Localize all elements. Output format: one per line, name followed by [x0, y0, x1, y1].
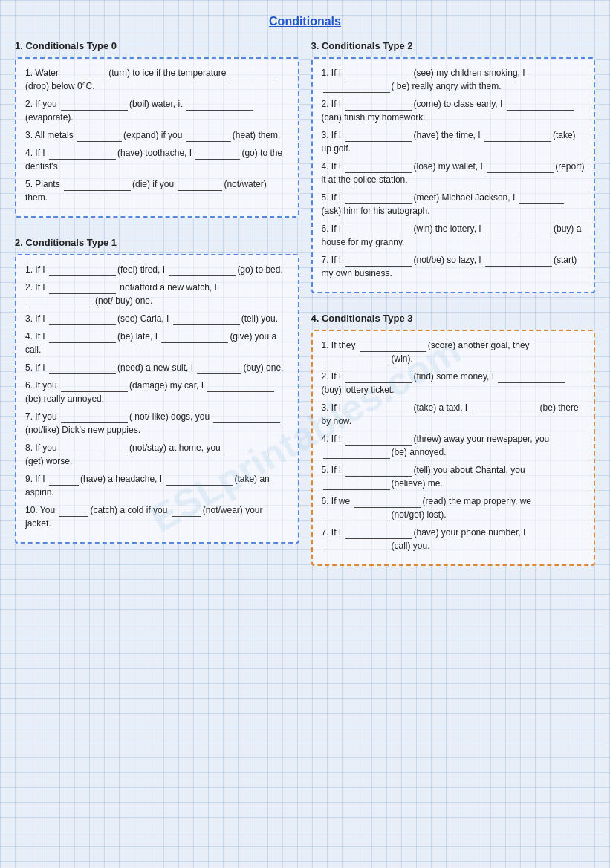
list-item: 6. If you (damage) my car, I (be) really…: [25, 379, 289, 405]
list-item: 5. If I (meet) Michael Jackson, I (ask) …: [322, 191, 585, 218]
list-item: 5. If I (need) a new suit, I (buy) one.: [25, 361, 289, 374]
list-item: 4. If I (threw) away your newspaper, you…: [322, 432, 585, 459]
list-item: 6. If I (win) the lottery, I (buy) a hou…: [322, 222, 585, 249]
list-item: 8. If you (not/stay) at home, you (get) …: [25, 441, 289, 468]
list-item: 1. If I (feel) tired, I (go) to bed.: [25, 263, 289, 276]
section-type0-box: 1. Water (turn) to ice if the temperatur…: [15, 57, 299, 218]
list-item: 3. If I (have) the time, I (take) up gol…: [322, 128, 585, 155]
list-item: 4. If I (have) toothache, I (go) to the …: [25, 146, 289, 173]
list-item: 7. If I (have) your phone number, I (cal…: [322, 526, 585, 552]
section-type3-box: 1. If they (score) another goal, they (w…: [311, 330, 596, 566]
section-type2-title: 3. Conditionals Type 2: [311, 40, 596, 51]
section-type2-box: 1. If I (see) my children smoking, I ( b…: [311, 57, 596, 293]
page-title: Conditionals: [15, 15, 595, 28]
list-item: 3. If I (see) Carla, I (tell) you.: [25, 312, 289, 325]
list-item: 3. All metals (expand) if you (heat) the…: [25, 128, 289, 142]
list-item: 9. If I (have) a headache, I (take) an a…: [25, 472, 289, 499]
section-type0: 1. Conditionals Type 0 1. Water (turn) t…: [15, 40, 299, 218]
list-item: 5. If I (tell) you about Chantal, you (b…: [322, 463, 585, 490]
list-item: 4. If I (lose) my wallet, I (report) it …: [322, 160, 585, 186]
list-item: 2. If you (boil) water, it (evaporate).: [25, 97, 289, 124]
section-type1-title: 2. Conditionals Type 1: [15, 237, 299, 248]
section-type2: 3. Conditionals Type 2 1. If I (see) my …: [311, 40, 596, 293]
list-item: 7. If I (not/be) so lazy, I (start) my o…: [322, 253, 585, 280]
section-type1: 2. Conditionals Type 1 1. If I (feel) ti…: [15, 237, 299, 544]
list-item: 1. Water (turn) to ice if the temperatur…: [25, 66, 289, 93]
list-item: 2. If I (find) some money, I (buy) lotte…: [322, 370, 585, 397]
list-item: 1. If I (see) my children smoking, I ( b…: [322, 66, 585, 93]
list-item: 7. If you ( not/ like) dogs, you (not/li…: [25, 410, 289, 437]
list-item: 1. If they (score) another goal, they (w…: [322, 339, 585, 365]
list-item: 3. If I (take) a taxi, I (be) there by n…: [322, 401, 585, 428]
section-type3: 4. Conditionals Type 3 1. If they (score…: [311, 313, 596, 566]
list-item: 2. If I not/afford a new watch, I (not/ …: [25, 281, 289, 307]
section-type0-title: 1. Conditionals Type 0: [15, 40, 299, 51]
list-item: 4. If I (be) late, I (give) you a call.: [25, 330, 289, 356]
list-item: 5. Plants (die) if you (not/water) them.: [25, 177, 289, 204]
list-item: 2. If I (come) to class early, I (can) f…: [322, 97, 585, 124]
list-item: 10. You (catch) a cold if you (not/wear)…: [25, 503, 289, 530]
list-item: 6. If we (read) the map properly, we (no…: [322, 495, 585, 521]
section-type1-box: 1. If I (feel) tired, I (go) to bed. 2. …: [15, 254, 299, 544]
section-type3-title: 4. Conditionals Type 3: [311, 313, 596, 324]
